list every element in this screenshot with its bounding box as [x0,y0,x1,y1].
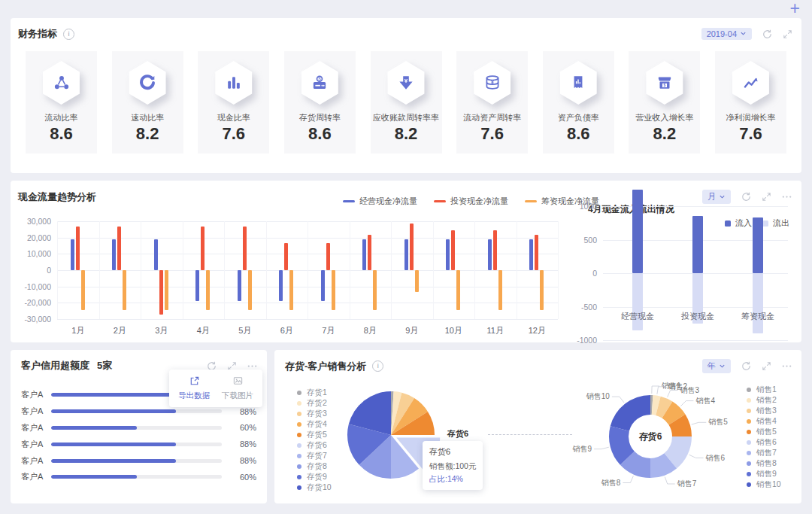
kpi-card[interactable]: 速动比率8.2 [112,51,183,154]
kpi-card[interactable]: 现金比率7.6 [198,51,269,154]
credit-row-value: 60% [231,473,256,482]
gridline-vertical [558,221,559,319]
legend-swatch [747,472,751,476]
kpi-card[interactable]: $存货周转率8.6 [284,51,356,154]
kpi-label: 现金比率 [217,112,250,123]
legend-item[interactable]: 流入 [725,217,752,229]
legend-item[interactable]: 流出 [762,217,789,229]
bar-series-1 [71,239,74,270]
axis-category-label: 7月 [308,325,350,336]
subchart-title: 4月现金流入流出情况 [588,203,674,216]
legend-item[interactable]: 存货2 [297,398,332,409]
bar-series-2 [117,227,121,271]
callout-line [692,422,707,424]
legend-label: 销售7 [756,448,777,458]
legend-swatch [747,482,751,487]
legend-item[interactable]: 销售3 [747,406,781,416]
legend-item[interactable]: 存货5 [297,430,332,440]
gridline-vertical [308,221,308,319]
period-dropdown[interactable]: 2019-04 [701,28,752,40]
credit-row: 客户A88% [21,436,256,452]
legend-item[interactable]: 销售1 [747,385,781,395]
credit-row-label: 客户A [21,389,48,400]
legend-item[interactable]: 销售8 [747,458,781,469]
kpi-card[interactable]: 净利润增长率7.6 [715,51,786,154]
legend-item[interactable]: 销售2 [747,395,781,406]
donut-slice-销售10[interactable] [611,395,650,431]
kpi-card[interactable]: ¥应收账款周转率率8.2 [371,51,442,154]
menu-item-download[interactable]: 下载图片 [222,376,253,401]
refresh-icon[interactable] [741,360,752,372]
legend-label: 存货2 [307,398,327,409]
axis-category-label: 6月 [266,325,308,336]
credit-row-value: 88% [231,407,256,416]
credit-row-value: 60% [231,423,256,432]
kpi-card[interactable]: 流动比率8.6 [26,51,97,154]
bar-series-3 [415,270,419,292]
gridline-vertical [391,221,392,319]
legend-item[interactable]: 存货8 [297,461,332,472]
share-nodes-icon [42,61,81,105]
legend-label: 存货3 [307,409,327,419]
pie-tooltip: 存货6 销售额:100元 占比:14% [423,441,483,490]
expand-icon[interactable] [783,29,792,39]
legend-item[interactable]: 销售7 [747,448,781,458]
legend-swatch [297,443,301,448]
legend-item[interactable]: 投资现金净流量 [434,196,508,207]
axis-tick-label: -30,000 [21,315,51,324]
credit-bar-track [51,409,222,413]
legend-item[interactable]: 存货6 [297,440,332,451]
more-icon[interactable] [781,360,792,372]
legend-swatch [747,388,751,392]
kpi-value: 7.6 [480,124,504,144]
menu-item-export[interactable]: 导出数据 [178,376,210,401]
callout-line [680,401,693,406]
kpi-label: 净利润增长率 [726,112,776,123]
callout-line [689,455,704,458]
legend-item[interactable]: 存货1 [297,388,332,398]
april-flow-chart: 4月现金流入流出情况 流入流出 10005000-500-1000经营现金投资现… [568,194,795,339]
bar-series-3 [289,270,293,310]
expand-icon[interactable] [762,361,771,371]
kpi-value: 8.6 [50,124,73,144]
credit-bar-track [51,443,222,446]
add-panel-button[interactable]: + [790,0,800,19]
kpi-value: 8.2 [653,124,677,144]
panel-header: 存货-客户销售分析 i 年 [274,350,801,373]
info-icon[interactable]: i [372,360,383,372]
legend-swatch [747,461,751,466]
axis-category-label: 投资现金 [671,311,724,322]
kpi-card[interactable]: ¥流动资产周转率7.6 [456,51,528,154]
legend-item[interactable]: 销售4 [747,416,781,427]
receipt-chart-icon [559,61,598,105]
legend-label: 存货9 [307,472,327,482]
callout-line [612,397,624,403]
legend-label: 销售6 [756,437,777,448]
kpi-card[interactable]: $营业收入增长率8.2 [629,51,700,154]
legend-item[interactable]: 存货10 [297,482,332,493]
kpi-card[interactable]: 资产负债率8.6 [543,51,614,154]
axis-category-label: 9月 [391,325,433,336]
legend-item[interactable]: 销售9 [747,469,781,479]
axis-tick-label: 0 [568,269,597,278]
legend-item[interactable]: 存货3 [297,409,332,419]
legend-item[interactable]: 经营现金净流量 [343,196,417,207]
legend-item[interactable]: 销售6 [747,437,781,448]
gridline-vertical [517,221,517,319]
info-icon[interactable]: i [63,29,74,40]
refresh-icon[interactable] [762,29,773,40]
legend-item[interactable]: 存货4 [297,419,332,430]
legend-item[interactable]: 存货9 [297,472,332,482]
bar-series-1 [238,270,241,301]
bar-series-2 [410,224,414,270]
legend-item[interactable]: 销售5 [747,427,781,437]
credit-row-value: 88% [231,439,256,449]
panel-title: 存货-客户销售分析 [285,360,366,373]
chevron-down-icon [719,362,726,371]
callout-line [594,447,609,449]
legend-item[interactable]: 存货7 [297,451,332,461]
legend-swatch [762,221,768,227]
gridline-vertical [183,221,183,319]
gridline-vertical [433,221,434,319]
legend-item[interactable]: 销售10 [747,479,781,490]
